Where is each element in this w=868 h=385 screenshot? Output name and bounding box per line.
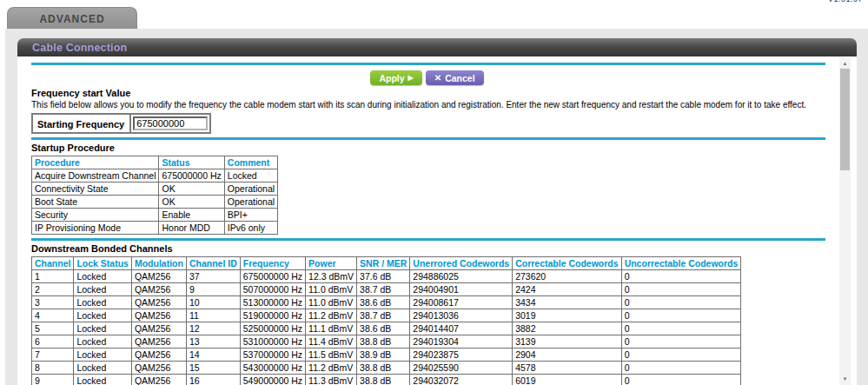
table-cell: 11 — [186, 309, 240, 322]
starting-frequency-input[interactable] — [133, 116, 208, 130]
table-cell: 3139 — [513, 335, 621, 348]
table-cell: 11.0 dBmV — [306, 283, 357, 296]
table-cell: 9 — [186, 283, 240, 296]
column-header: Channel — [32, 257, 74, 270]
table-cell: 525000000 Hz — [240, 322, 305, 335]
table-cell: 3 — [32, 296, 74, 309]
table-cell: 11.0 dBmV — [306, 296, 357, 309]
table-cell: QAM256 — [131, 283, 186, 296]
scroll-down-arrow-icon[interactable]: ▼ — [839, 375, 851, 383]
table-cell: Locked — [74, 322, 132, 335]
table-cell: QAM256 — [131, 296, 186, 309]
apply-button[interactable]: Apply ▶ — [370, 70, 421, 85]
startup-procedure-table: ProcedureStatusCommentAcquire Downstream… — [31, 156, 278, 235]
table-cell: QAM256 — [131, 322, 186, 335]
table-cell: 2904 — [513, 348, 621, 362]
cancel-x-icon: ✕ — [434, 74, 441, 83]
section-divider — [31, 137, 825, 140]
firmware-version: V1.01.07 — [828, 0, 863, 3]
table-cell: 6 — [32, 335, 74, 348]
startup-procedure-heading: Startup Procedure — [31, 143, 825, 154]
table-row: IP Provisioning ModeHonor MDDIPv6 only — [32, 222, 278, 235]
downstream-channels-heading: Downstream Bonded Channels — [31, 243, 825, 255]
table-cell: 294886025 — [410, 270, 513, 283]
table-cell: Locked — [74, 309, 132, 322]
table-cell: 11.1 dBmV — [306, 322, 357, 335]
table-cell: 531000000 Hz — [240, 335, 305, 348]
table-cell: 16 — [186, 375, 240, 385]
table-cell: Locked — [74, 335, 132, 348]
table-row: SecurityEnableBPI+ — [32, 209, 278, 222]
table-cell: IP Provisioning Mode — [32, 222, 159, 235]
table-cell: 537000000 Hz — [240, 348, 305, 362]
cancel-button-label: Cancel — [445, 73, 474, 83]
content-background: Cable Connection Apply ▶ ✕ Cancel Freque… — [5, 29, 868, 385]
column-header: Correctable Codewords — [513, 257, 621, 270]
table-cell: Boot State — [32, 196, 159, 209]
table-cell: 11.3 dBmV — [306, 375, 357, 385]
table-cell: 543000000 Hz — [240, 362, 305, 375]
table-cell: QAM256 — [131, 348, 186, 362]
table-cell: 513000000 Hz — [240, 296, 305, 309]
table-cell: 12.3 dBmV — [306, 270, 357, 283]
table-row: 8LockedQAM25615543000000 Hz11.2 dBmV38.8… — [32, 362, 741, 375]
table-cell: 11.2 dBmV — [306, 362, 357, 375]
table-cell: Acquire Downstream Channel — [32, 169, 159, 183]
tab-advanced[interactable]: ADVANCED — [7, 7, 137, 30]
table-cell: 0 — [621, 270, 741, 283]
table-cell: 9 — [32, 375, 74, 385]
starting-frequency-field: Starting Frequency — [31, 113, 211, 134]
table-cell: 294008617 — [410, 296, 513, 309]
table-cell: 0 — [621, 335, 741, 348]
table-cell: Honor MDD — [159, 222, 224, 235]
table-cell: 38.7 dB — [357, 309, 410, 322]
table-cell: 8 — [32, 362, 74, 375]
section-divider — [31, 63, 825, 65]
table-cell: 0 — [621, 362, 741, 375]
table-cell: Connectivity State — [32, 183, 159, 196]
column-header: Procedure — [32, 156, 159, 169]
table-cell: 273620 — [513, 270, 621, 283]
table-cell: Locked — [74, 296, 132, 309]
table-cell: 294025590 — [410, 362, 513, 375]
frequency-section-heading: Frequency start Value — [31, 88, 825, 99]
page-title: Cable Connection — [17, 42, 127, 54]
cable-connection-panel: Apply ▶ ✕ Cancel Frequency start Value T… — [17, 56, 857, 385]
table-cell: 507000000 Hz — [240, 283, 305, 296]
table-cell: Locked — [74, 348, 132, 362]
table-cell: 675000000 Hz — [240, 270, 305, 283]
table-cell: 675000000 Hz — [159, 169, 224, 183]
table-cell: 4 — [32, 309, 74, 322]
table-row: 4LockedQAM25611519000000 Hz11.2 dBmV38.7… — [32, 309, 741, 322]
cancel-button[interactable]: ✕ Cancel — [426, 70, 484, 85]
table-header-row: ChannelLock StatusModulationChannel IDFr… — [32, 257, 741, 270]
scrollbar-thumb[interactable] — [840, 69, 850, 170]
scroll-up-arrow-icon[interactable]: ▲ — [839, 59, 851, 68]
table-row: Connectivity StateOKOperational — [32, 183, 278, 196]
table-row: 1LockedQAM25637675000000 Hz12.3 dBmV37.6… — [32, 270, 741, 283]
table-row: 2LockedQAM2569507000000 Hz11.0 dBmV38.7 … — [32, 283, 741, 296]
table-cell: 6019 — [513, 375, 621, 385]
table-cell: QAM256 — [131, 309, 186, 322]
table-row: Acquire Downstream Channel675000000 HzLo… — [32, 169, 278, 183]
table-cell: 0 — [621, 309, 741, 322]
table-cell: 38.6 dB — [357, 322, 410, 335]
button-row: Apply ▶ ✕ Cancel — [29, 70, 825, 85]
column-header: Uncorrectable Codewords — [621, 257, 741, 270]
column-header: Power — [306, 257, 357, 270]
table-cell: 3019 — [513, 309, 621, 322]
table-cell: OK — [159, 183, 224, 196]
table-cell: Operational — [224, 183, 277, 196]
table-row: 7LockedQAM25614537000000 Hz11.5 dBmV38.9… — [32, 348, 741, 362]
table-cell: 38.9 dB — [357, 348, 410, 362]
table-cell: 0 — [621, 296, 741, 309]
table-cell: 0 — [621, 348, 741, 362]
table-cell: OK — [159, 196, 224, 209]
vertical-scrollbar[interactable]: ▲ ▼ — [839, 57, 851, 385]
table-cell: Locked — [74, 283, 132, 296]
table-cell: Locked — [74, 375, 132, 385]
apply-button-label: Apply — [379, 73, 404, 83]
table-cell: Locked — [74, 270, 132, 283]
table-cell: 549000000 Hz — [240, 375, 305, 385]
table-cell: Operational — [224, 196, 277, 209]
